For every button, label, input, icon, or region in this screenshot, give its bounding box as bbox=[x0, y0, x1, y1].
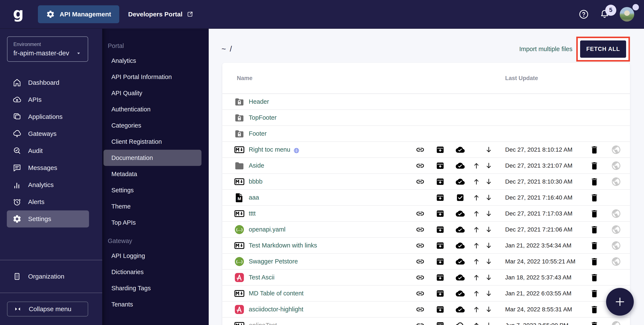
document-name-link[interactable]: Header bbox=[249, 98, 269, 105]
document-name-link[interactable]: TopFooter bbox=[249, 114, 277, 121]
page-link-icon[interactable] bbox=[416, 273, 425, 282]
user-avatar[interactable] bbox=[620, 7, 634, 22]
document-name-link[interactable]: openapi.yaml bbox=[249, 226, 286, 233]
trash-icon[interactable] bbox=[590, 225, 599, 234]
trash-icon[interactable] bbox=[590, 241, 599, 250]
document-name-link[interactable]: Footer bbox=[249, 130, 267, 137]
sidebar-item-settings[interactable]: Settings bbox=[7, 210, 89, 228]
sidebar-item-alerts[interactable]: Alerts bbox=[7, 194, 89, 210]
notifications-button[interactable]: 5 bbox=[599, 9, 610, 20]
save-icon[interactable] bbox=[436, 209, 445, 218]
move-up-icon[interactable] bbox=[472, 272, 480, 282]
document-name-link[interactable]: Aside bbox=[249, 162, 264, 169]
save-icon[interactable] bbox=[436, 305, 445, 314]
subnav-item-top-apis[interactable]: Top APIs bbox=[104, 214, 202, 231]
document-name-link[interactable]: Test Markdown with links bbox=[249, 242, 317, 249]
gravitee-logo[interactable]: g bbox=[12, 6, 24, 22]
move-down-icon[interactable] bbox=[485, 209, 493, 218]
cloud-outline-icon[interactable] bbox=[456, 321, 465, 325]
move-down-icon[interactable] bbox=[485, 272, 493, 282]
page-link-icon[interactable] bbox=[416, 225, 425, 234]
move-down-icon[interactable] bbox=[485, 320, 493, 325]
environment-select[interactable]: Environment fr-apim-master-dev bbox=[7, 36, 88, 62]
sidebar-item-gateways[interactable]: Gateways bbox=[7, 125, 89, 142]
document-name-link[interactable]: Right toc menu bbox=[249, 146, 290, 153]
document-name-link[interactable]: onlineTest bbox=[249, 322, 277, 325]
page-link-icon[interactable] bbox=[416, 177, 425, 186]
trash-icon[interactable] bbox=[590, 288, 599, 298]
page-link-icon[interactable] bbox=[416, 241, 425, 250]
page-link-icon[interactable] bbox=[416, 161, 425, 170]
trash-icon[interactable] bbox=[590, 304, 599, 314]
cloud-done-icon[interactable] bbox=[456, 209, 465, 218]
save-icon[interactable] bbox=[436, 321, 445, 325]
checkbox-checked-icon[interactable] bbox=[456, 193, 465, 202]
collapse-menu-button[interactable]: Collapse menu bbox=[7, 302, 88, 316]
api-management-button[interactable]: API Management bbox=[38, 5, 119, 23]
document-name-link[interactable]: bbbb bbox=[249, 178, 262, 185]
save-icon[interactable] bbox=[436, 177, 445, 186]
cloud-done-icon[interactable] bbox=[456, 177, 465, 186]
page-link-icon[interactable] bbox=[416, 305, 425, 314]
cloud-done-icon[interactable] bbox=[456, 145, 465, 154]
cloud-done-icon[interactable] bbox=[456, 161, 465, 170]
add-page-fab[interactable] bbox=[606, 288, 634, 316]
move-up-icon[interactable] bbox=[472, 161, 480, 170]
subnav-item-api-quality[interactable]: API Quality bbox=[104, 85, 202, 101]
cloud-done-icon[interactable] bbox=[456, 257, 465, 266]
move-down-icon[interactable] bbox=[485, 304, 493, 314]
trash-icon[interactable] bbox=[590, 193, 599, 202]
move-down-icon[interactable] bbox=[485, 193, 493, 202]
subnav-item-sharding-tags[interactable]: Sharding Tags bbox=[104, 280, 202, 296]
subnav-item-api-portal-information[interactable]: API Portal Information bbox=[104, 69, 202, 85]
save-icon[interactable] bbox=[436, 193, 445, 202]
page-link-icon[interactable] bbox=[416, 145, 425, 154]
move-down-icon[interactable] bbox=[485, 225, 493, 234]
subnav-item-dictionaries[interactable]: Dictionaries bbox=[104, 264, 202, 280]
move-up-icon[interactable] bbox=[472, 225, 480, 234]
save-icon[interactable] bbox=[436, 225, 445, 234]
subnav-item-categories[interactable]: Categories bbox=[104, 117, 202, 134]
subnav-item-api-logging[interactable]: API Logging bbox=[104, 248, 202, 264]
save-icon[interactable] bbox=[436, 273, 445, 282]
trash-icon[interactable] bbox=[590, 161, 599, 170]
subnav-item-settings[interactable]: Settings bbox=[104, 182, 202, 198]
sidebar-item-messages[interactable]: Messages bbox=[7, 159, 89, 176]
cloud-done-icon[interactable] bbox=[456, 241, 465, 250]
subnav-item-documentation[interactable]: Documentation bbox=[104, 150, 202, 166]
sidebar-item-analytics[interactable]: Analytics bbox=[7, 176, 89, 194]
document-name-link[interactable]: asciidoctor-highlight bbox=[249, 306, 303, 313]
move-down-icon[interactable] bbox=[485, 241, 493, 250]
sidebar-item-applications[interactable]: Applications bbox=[7, 108, 89, 125]
subnav-item-client-registration[interactable]: Client Registration bbox=[104, 134, 202, 150]
page-link-icon[interactable] bbox=[416, 321, 425, 325]
developers-portal-link[interactable]: Developers Portal bbox=[128, 11, 194, 18]
save-icon[interactable] bbox=[436, 257, 445, 266]
move-up-icon[interactable] bbox=[472, 241, 480, 250]
move-down-icon[interactable] bbox=[485, 177, 493, 186]
cloud-done-icon[interactable] bbox=[456, 289, 465, 298]
subnav-item-metadata[interactable]: Metadata bbox=[104, 166, 202, 182]
cloud-done-icon[interactable] bbox=[456, 273, 465, 282]
save-icon[interactable] bbox=[436, 145, 445, 154]
document-name-link[interactable]: Test Ascii bbox=[249, 274, 274, 281]
import-multiple-files-link[interactable]: Import multiple files bbox=[519, 46, 572, 52]
save-icon[interactable] bbox=[436, 241, 445, 250]
move-up-icon[interactable] bbox=[472, 320, 480, 325]
document-name-link[interactable]: aaa bbox=[249, 194, 259, 201]
move-up-icon[interactable] bbox=[472, 177, 480, 186]
subnav-item-authentication[interactable]: Authentication bbox=[104, 101, 202, 117]
trash-icon[interactable] bbox=[590, 257, 599, 266]
move-down-icon[interactable] bbox=[485, 257, 493, 266]
save-icon[interactable] bbox=[436, 161, 445, 170]
trash-icon[interactable] bbox=[590, 209, 599, 218]
subnav-item-theme[interactable]: Theme bbox=[104, 198, 202, 214]
sidebar-item-apis[interactable]: APIs bbox=[7, 91, 89, 108]
move-up-icon[interactable] bbox=[472, 288, 480, 298]
move-down-icon[interactable] bbox=[485, 161, 493, 170]
document-name-link[interactable]: Swagger Petstore bbox=[249, 258, 298, 265]
save-icon[interactable] bbox=[436, 289, 445, 298]
subnav-item-tenants[interactable]: Tenants bbox=[104, 296, 202, 312]
subnav-item-analytics[interactable]: Analytics bbox=[104, 52, 202, 69]
document-name-link[interactable]: tttt bbox=[249, 210, 256, 217]
